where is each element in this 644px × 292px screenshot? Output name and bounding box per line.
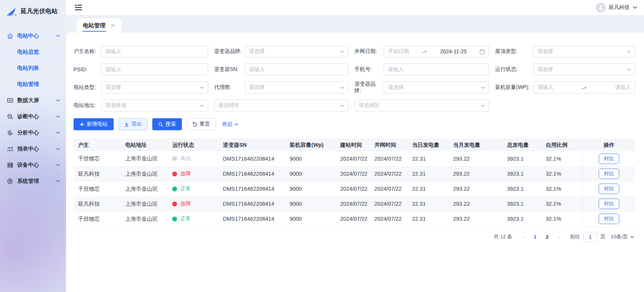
sidebar-collapse-icon[interactable] [74,3,83,12]
next-page-button[interactable]: › [556,234,562,240]
tab-station-management[interactable]: 电站管理 [77,18,121,33]
table-row: 千丝物芯 上海市金山区 离线 DMS1716462208414 9000 202… [74,151,635,166]
select-placeholder: 请选择 [537,66,553,73]
chevron-down-icon [340,86,344,89]
collapse-filters-link[interactable]: 收起 [222,121,239,128]
cell-address: 上海市金山区 [121,211,168,226]
reset-button[interactable]: 重置 [186,118,216,130]
compare-button[interactable]: 对比 [599,169,619,179]
sidebar-menu: 电站中心 电站总览 电站列表 电站管理 数据大屏 诊断中心 [0,28,66,189]
cell-daily: 22.31 [408,151,449,166]
cell-grid-date: 2024/07/22 [370,181,407,196]
roof-type-select[interactable]: 请选择 [533,45,635,57]
sidebar-subitem-label: 电站列表 [17,65,39,72]
select-placeholder: 请选择 [537,48,553,55]
action-bar: 新增电站 导出 搜索 重置 收起 [74,118,635,130]
province-select[interactable]: 请选择省 [101,99,208,111]
export-label: 导出 [131,121,142,128]
select-placeholder: 请选择省 [105,102,126,109]
page-size-value: 10条/页 [611,233,628,240]
sidebar-item-label: 分析中心 [17,129,39,136]
sidebar-item-diagnosis-center[interactable]: 诊断中心 [0,108,66,125]
status-dot [172,217,177,221]
main-area: 延凡科技 电站管理 户主名称: 逆变器品牌: 请选择 [66,0,644,292]
page-size-select[interactable]: 10条/页 [611,233,634,240]
cell-grid-date: 2024/07/22 [370,196,407,211]
sidebar-item-station-overview[interactable]: 电站总览 [0,44,66,60]
owner-name-label: 户主名称: [74,48,101,55]
brand-logo-icon [5,6,17,17]
table-header-row: 户主 电站地址 运行状态 逆变器SN 装机容量(Wp) 建站时间 并网时间 当日… [74,138,635,151]
export-button[interactable]: 导出 [118,118,148,130]
cell-monthly: 293.22 [449,166,503,181]
cell-address: 上海市金山区 [121,166,168,181]
cell-build-date: 2024/07/22 [336,166,370,181]
page-unit-label: 页 [600,233,606,240]
collapse-filters-label: 收起 [222,121,233,128]
sidebar-item-station-list[interactable]: 电站列表 [0,60,66,76]
range-arrow-icon [581,86,587,90]
phone-input[interactable] [384,63,489,75]
search-button[interactable]: 搜索 [152,118,182,130]
search-label: 搜索 [165,121,176,128]
capacity-max-placeholder: 请输入 [615,84,631,91]
prev-page-button[interactable]: ‹ [521,234,527,240]
close-icon[interactable] [111,23,115,28]
sidebar-item-label: 数据大屏 [17,97,39,104]
owner-name-input[interactable] [101,45,208,57]
city-select[interactable]: 请选择市 [214,99,349,111]
cell-build-date: 2024/07/22 [336,211,370,226]
compare-button[interactable]: 对比 [599,154,619,164]
cell-sn: DMS1716462208414 [218,166,285,181]
table-row: 千丝物芯 上海市金山区 正常 DMS1716462208414 9000 202… [74,181,635,196]
page-2-button[interactable]: 2 [544,234,551,240]
compare-button[interactable]: 对比 [599,184,619,194]
col-sn: 逆变器SN [218,138,285,151]
sidebar-subitem-label: 电站管理 [17,81,39,88]
cell-self-use: 32.1% [541,196,583,211]
sidebar: 延凡光伏电站 电站中心 电站总览 电站列表 电站管理 数据大屏 [0,0,66,292]
run-status-select[interactable]: 请选择 [533,63,635,75]
capacity-label: 装机容量(WP): [495,84,533,91]
sidebar-item-device-center[interactable]: 设备中心 [0,157,66,173]
chevron-down-icon [481,104,485,107]
col-owner: 户主 [74,138,121,151]
sidebar-item-system-management[interactable]: 系统管理 [0,173,66,189]
status-dot [172,187,177,191]
col-self-use: 自用比例 [541,138,583,151]
cell-capacity: 9000 [285,211,336,226]
cell-sn: DMS1716462208414 [218,151,285,166]
add-station-button[interactable]: 新增电站 [74,118,114,130]
cell-monthly: 293.22 [449,181,503,196]
sidebar-item-report-center[interactable]: 报表中心 [0,141,66,157]
sidebar-item-data-screen[interactable]: 数据大屏 [0,92,66,108]
compare-button[interactable]: 对比 [599,199,619,209]
district-select[interactable]: 请选择区 [354,99,489,111]
inverter-brand2-select[interactable]: 请选择 [384,81,489,93]
sidebar-item-station-management[interactable]: 电站管理 [0,76,66,92]
inverter-brand-select[interactable]: 请选择 [245,45,349,57]
pagination-total: 共 12 条 [494,233,512,240]
capacity-range-input[interactable]: 请输入 请输入 [533,81,635,93]
agent-select[interactable]: 请选择 [245,81,349,93]
cell-total: 3923.1 [503,151,541,166]
goto-page-input[interactable] [583,232,597,242]
report-chart-icon [7,146,14,152]
cell-capacity: 9000 [285,196,336,211]
user-menu[interactable]: 延凡科技 [596,3,637,12]
status-badge: 正常 [172,215,214,222]
home-icon [7,33,14,39]
cell-address: 上海市金山区 [121,151,168,166]
compare-button[interactable]: 对比 [599,214,619,224]
psid-input[interactable] [101,63,208,75]
station-type-select[interactable]: 请选择 [101,81,208,93]
col-build-date: 建站时间 [336,138,370,151]
col-address: 电站地址 [121,138,168,151]
station-type-label: 电站类型: [74,84,101,91]
page-1-button[interactable]: 1 [532,234,539,240]
inverter-brand-label: 逆变器品牌: [214,48,245,55]
sidebar-item-station-center[interactable]: 电站中心 [0,28,66,44]
grid-date-range-picker[interactable]: 开始日期 2024-11-25 [384,45,489,57]
sidebar-item-analysis-center[interactable]: 分析中心 [0,125,66,141]
inverter-sn-input[interactable] [245,63,349,75]
